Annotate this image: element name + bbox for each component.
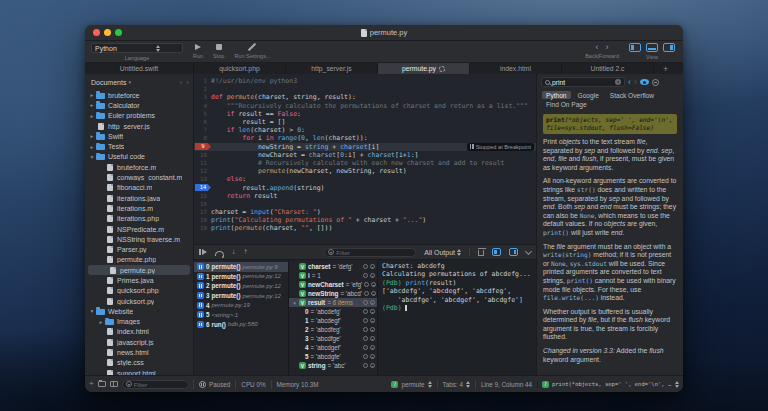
code-editor[interactable]: 1#!/usr/bin/env python323def permute(cha… (194, 74, 536, 244)
variable-row-4[interactable]: 4= 'abcdgef' (289, 343, 377, 352)
clear-console-button[interactable] (478, 250, 484, 256)
sidebar-item-bruteforce[interactable]: ▸bruteforce (85, 90, 193, 100)
doc-forward-button[interactable]: › (634, 78, 637, 86)
variable-row-3[interactable]: 3= 'abcdfge' (289, 334, 377, 343)
line-number[interactable]: 17 (194, 209, 211, 215)
line-number[interactable]: 16 (194, 201, 211, 207)
stack-frame-1[interactable]: 1permute()permute.py:12 (194, 272, 288, 282)
sidebar-header[interactable]: Documents ▾ ‹ › (85, 74, 193, 88)
sidebar-item-Primes.java[interactable]: Primes.java (85, 275, 193, 285)
quicklook-icon[interactable] (363, 336, 368, 341)
minimize-window-button[interactable] (104, 29, 111, 36)
editor-tab-quicksort.php[interactable]: quicksort.php (194, 63, 286, 74)
zoom-window-button[interactable] (115, 29, 122, 36)
sidebar-item-Euler problems[interactable]: ▸Euler problems (85, 111, 193, 121)
line-number[interactable]: 18 (194, 217, 211, 223)
continue-button[interactable] (199, 249, 207, 255)
chevron-right-icon[interactable]: ▸ (88, 133, 96, 139)
line-number[interactable]: 19 (194, 225, 211, 231)
remove-watch-icon[interactable] (370, 264, 375, 269)
collapse-console-button[interactable] (525, 247, 532, 254)
remove-watch-icon[interactable] (371, 291, 376, 296)
remove-watch-icon[interactable] (370, 354, 375, 359)
sidebar-item-bruteforce.m[interactable]: bruteforce.m (85, 162, 193, 172)
close-window-button[interactable] (93, 29, 100, 36)
step-out-button[interactable]: ↑ (244, 248, 248, 256)
tab-width-dropdown[interactable]: Tabs: 4 (438, 381, 475, 388)
variable-row-5[interactable]: 5= 'abcdgfe' (289, 352, 377, 361)
editor-tab-Untitled.swift[interactable]: Untitled.swift (85, 63, 194, 74)
chevron-right-icon[interactable]: ▸ (88, 144, 96, 150)
doc-tab-Python[interactable]: Python (542, 91, 571, 99)
sidebar-item-conways_constant.m[interactable]: conways_constant.m (85, 172, 193, 182)
sidebar-item-NSString traverse.m[interactable]: NSString traverse.m (85, 234, 193, 244)
chevron-right-icon[interactable]: ▸ (88, 102, 96, 108)
remove-watch-icon[interactable] (371, 282, 376, 287)
line-number[interactable]: 11 (194, 160, 211, 166)
sidebar-item-news.html[interactable]: news.html (85, 347, 193, 357)
new-folder-button[interactable] (98, 381, 106, 387)
console-filter-input[interactable] (336, 249, 412, 256)
line-number[interactable]: 4 (194, 103, 211, 109)
line-number[interactable]: 13 (194, 176, 211, 182)
quicklook-icon[interactable] (363, 345, 368, 350)
sidebar-item-index.html[interactable]: index.html (85, 327, 193, 337)
sidebar-item-style.css[interactable]: style.css (85, 358, 193, 368)
title-bar[interactable]: permute.py (85, 25, 683, 41)
line-number[interactable]: 8 (194, 135, 211, 141)
doc-back-button[interactable]: ‹ (628, 78, 631, 86)
sidebar-item-Images[interactable]: ▸Images (85, 317, 193, 327)
stack-frame-5[interactable]: 5<string>:1 (194, 310, 288, 320)
doc-tab-Stack Overflow[interactable]: Stack Overflow (606, 91, 658, 99)
variable-row-newCharset[interactable]: VnewCharset= 'efg' (289, 280, 377, 289)
remove-watch-icon[interactable] (370, 345, 375, 350)
stack-frame-6[interactable]: 6run()bdb.py:580 (194, 320, 288, 330)
sidebar-item-permute.py[interactable]: permute.py (88, 265, 190, 275)
circle-minus-icon[interactable] (652, 79, 659, 86)
toggle-console-panel-button[interactable] (646, 43, 658, 52)
variable-row-charset[interactable]: Vcharset= 'defg' (289, 262, 377, 271)
sidebar-item-Calculator[interactable]: ▸Calculator (85, 100, 193, 110)
quicklook-icon[interactable] (363, 327, 368, 332)
stack-frame-3[interactable]: 3permute()permute.py:12 (194, 291, 288, 301)
quicklook-icon[interactable] (363, 273, 368, 278)
line-number[interactable]: 6 (194, 119, 211, 125)
variable-row-2[interactable]: 2= 'abcdfeg' (289, 325, 377, 334)
line-number[interactable]: 1 (194, 78, 211, 84)
doc-search-field[interactable]: × (541, 77, 625, 87)
remove-watch-icon[interactable] (370, 327, 375, 332)
back-button[interactable]: ‹ (596, 43, 599, 51)
sidebar-filter-field[interactable] (122, 380, 189, 389)
stack-frame-2[interactable]: 2permute()permute.py:12 (194, 281, 288, 291)
symbol-signature-dropdown[interactable]: / print(*objects, sep=' ', end='\n', fil… (537, 381, 683, 388)
quicklook-icon[interactable] (363, 264, 368, 269)
run-button[interactable]: Run (193, 43, 203, 59)
chevron-down-icon[interactable]: ▾ (88, 154, 96, 160)
toggle-right-panel-button[interactable] (663, 43, 675, 52)
console-output[interactable]: Charset: abcdefgCalculating permutations… (378, 260, 536, 375)
console-layout-left-button[interactable] (492, 248, 501, 256)
sidebar-item-Parser.py[interactable]: Parser.py (85, 244, 193, 254)
sidebar-item-Useful code[interactable]: ▾Useful code (85, 152, 193, 162)
sidebar-item-Tests[interactable]: ▸Tests (85, 141, 193, 151)
quicklook-icon[interactable] (363, 363, 368, 368)
line-number[interactable]: 9 (194, 143, 211, 150)
quicklook-icon[interactable] (363, 318, 368, 323)
sidebar-item-permute.php[interactable]: permute.php (85, 255, 193, 265)
output-mode-dropdown[interactable]: All Output (424, 249, 461, 256)
reveal-in-tree-button[interactable] (110, 381, 118, 387)
editor-tab-index.html[interactable]: index.html (470, 63, 562, 74)
line-number[interactable]: 5 (194, 111, 211, 117)
console-layout-right-button[interactable] (509, 248, 518, 256)
stack-frame-4[interactable]: 4permute.py:19 (194, 300, 288, 310)
line-number[interactable]: 15 (194, 193, 211, 199)
chevron-down-icon[interactable]: ▾ (88, 308, 96, 314)
sidebar-forward-button[interactable]: › (186, 79, 189, 86)
line-number[interactable]: 12 (194, 168, 211, 174)
new-tab-button[interactable]: + (654, 63, 683, 74)
remove-watch-icon[interactable] (370, 309, 375, 314)
quicklook-icon[interactable] (364, 291, 369, 296)
toggle-left-panel-button[interactable] (629, 43, 641, 52)
run-target-dropdown[interactable]: / permute (386, 381, 436, 388)
variable-row-result[interactable]: ▾Vresult= 6 items (289, 298, 377, 307)
